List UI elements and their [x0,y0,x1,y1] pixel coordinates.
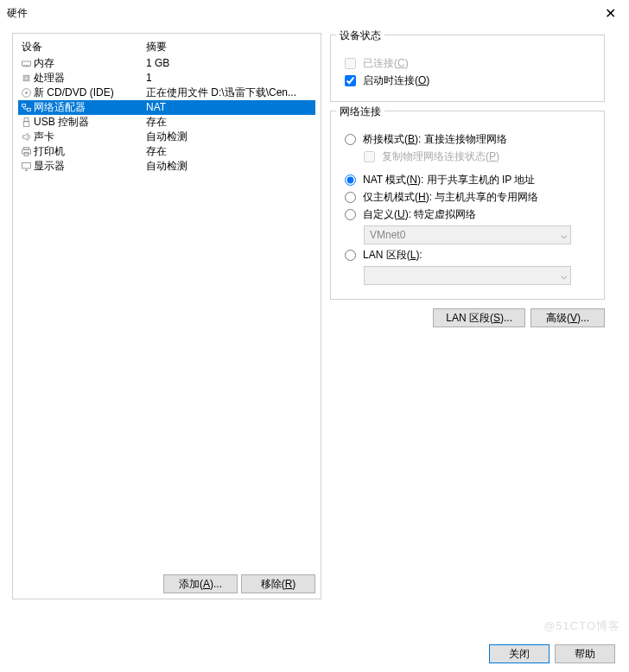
device-summary: NAT [146,100,315,115]
device-summary: 1 [146,71,315,86]
svg-rect-6 [23,75,29,81]
connected-label: 已连接(C) [363,56,409,71]
bridged-radio-input[interactable] [345,134,356,145]
settings-panel: 设备状态 已连接(C) 启动时连接(O) 网络连接 桥接模式(B): 直接连接物… [330,33,605,599]
device-row[interactable]: 打印机存在 [18,144,315,159]
lan-segments-button[interactable]: LAN 区段(S)... [433,308,525,327]
device-row[interactable]: 声卡自动检测 [18,130,315,144]
custom-network-combo: VMnet0 ⌵ [364,225,571,244]
connected-checkbox-input [345,58,356,69]
sound-icon [18,131,34,143]
svg-point-9 [25,92,27,93]
remove-button[interactable]: 移除(R) [241,574,315,593]
device-name: 声卡 [34,130,146,144]
svg-rect-10 [22,104,25,106]
connect-on-start-label: 启动时连接(O) [363,73,429,88]
title-bar: 硬件 ✕ [0,0,629,26]
device-list-panel: 设备 摘要 内存1 GB处理器1新 CD/DVD (IDE)正在使用文件 D:\… [12,33,321,599]
net-icon [18,102,34,113]
usb-icon [18,117,34,128]
device-summary: 自动检测 [146,130,315,144]
chevron-down-icon: ⌵ [561,269,567,282]
device-name: 新 CD/DVD (IDE) [34,86,146,100]
device-row[interactable]: 显示器自动检测 [18,159,315,174]
device-list[interactable]: 内存1 GB处理器1新 CD/DVD (IDE)正在使用文件 D:\迅雷下载\C… [18,56,315,174]
device-row[interactable]: 新 CD/DVD (IDE)正在使用文件 D:\迅雷下载\Cen... [18,86,315,100]
lan-segment-label: LAN 区段(L): [363,248,423,263]
nat-radio-input[interactable] [345,174,356,186]
device-row[interactable]: 内存1 GB [18,56,315,71]
device-list-footer: 添加(A)... 移除(R) [163,574,315,593]
replicate-checkbox: 复制物理网络连接状态(P) [364,149,595,164]
bridged-radio[interactable]: 桥接模式(B): 直接连接物理网络 [345,132,595,147]
close-icon[interactable]: ✕ [598,1,622,25]
custom-network-value: VMnet0 [370,229,405,241]
settings-footer: LAN 区段(S)... 高级(V)... [330,308,605,327]
device-row[interactable]: 处理器1 [18,71,315,86]
memory-icon [18,58,34,69]
nat-radio[interactable]: NAT 模式(N): 用于共享主机的 IP 地址 [345,173,595,187]
replicate-checkbox-input [364,151,375,162]
device-row[interactable]: 网络适配器NAT [18,100,315,115]
replicate-label: 复制物理网络连接状态(P) [382,149,499,164]
custom-radio-input[interactable] [345,209,356,220]
dialog-content: 设备 摘要 内存1 GB处理器1新 CD/DVD (IDE)正在使用文件 D:\… [0,26,629,603]
printer-icon [18,146,34,157]
bridged-label: 桥接模式(B): 直接连接物理网络 [363,132,507,147]
svg-rect-7 [24,77,27,79]
nat-label: NAT 模式(N): 用于共享主机的 IP 地址 [363,173,535,187]
device-list-header: 设备 摘要 [18,39,315,56]
svg-rect-13 [23,122,29,127]
device-summary: 1 GB [146,56,315,71]
device-name: 打印机 [34,144,146,159]
disc-icon [18,87,34,98]
watermark: @51CTO博客 [543,618,620,634]
device-name: 网络适配器 [34,100,146,115]
device-name: 处理器 [34,71,146,86]
header-device: 设备 [18,40,146,54]
lan-segment-radio-input[interactable] [345,250,356,261]
svg-rect-12 [24,118,29,122]
svg-rect-11 [27,108,30,111]
dialog-footer: 关闭 帮助 [489,644,615,663]
lan-segment-combo: ⌵ [364,266,571,285]
custom-label: 自定义(U): 特定虚拟网络 [363,207,476,222]
connect-on-start-checkbox-input[interactable] [345,75,356,86]
device-summary: 自动检测 [146,159,315,174]
device-name: 内存 [34,56,146,71]
network-connection-group: 网络连接 桥接模式(B): 直接连接物理网络 复制物理网络连接状态(P) NAT… [330,111,605,300]
close-button[interactable]: 关闭 [489,644,550,663]
connected-checkbox: 已连接(C) [345,56,595,71]
device-summary: 正在使用文件 D:\迅雷下载\Cen... [146,86,315,100]
host-only-radio[interactable]: 仅主机模式(H): 与主机共享的专用网络 [345,190,595,205]
svg-rect-0 [22,61,30,66]
device-status-group: 设备状态 已连接(C) 启动时连接(O) [330,35,605,102]
advanced-button[interactable]: 高级(V)... [531,308,605,327]
display-icon [18,161,34,172]
device-name: USB 控制器 [34,115,146,130]
lan-segment-radio[interactable]: LAN 区段(L): [345,248,595,263]
host-only-radio-input[interactable] [345,192,356,203]
connect-on-start-checkbox[interactable]: 启动时连接(O) [345,73,595,88]
device-status-title: 设备状态 [336,29,384,43]
svg-rect-15 [22,149,30,154]
custom-radio[interactable]: 自定义(U): 特定虚拟网络 [345,207,595,222]
chevron-down-icon: ⌵ [561,229,567,241]
device-summary: 存在 [146,144,315,159]
host-only-label: 仅主机模式(H): 与主机共享的专用网络 [363,190,538,205]
network-title: 网络连接 [336,105,384,119]
device-row[interactable]: USB 控制器存在 [18,115,315,130]
header-summary: 摘要 [146,40,315,54]
device-name: 显示器 [34,159,146,174]
help-button[interactable]: 帮助 [555,644,615,663]
window-title: 硬件 [7,6,598,21]
add-button[interactable]: 添加(A)... [163,574,238,593]
cpu-icon [18,73,34,84]
device-summary: 存在 [146,115,315,130]
svg-rect-17 [22,162,30,168]
